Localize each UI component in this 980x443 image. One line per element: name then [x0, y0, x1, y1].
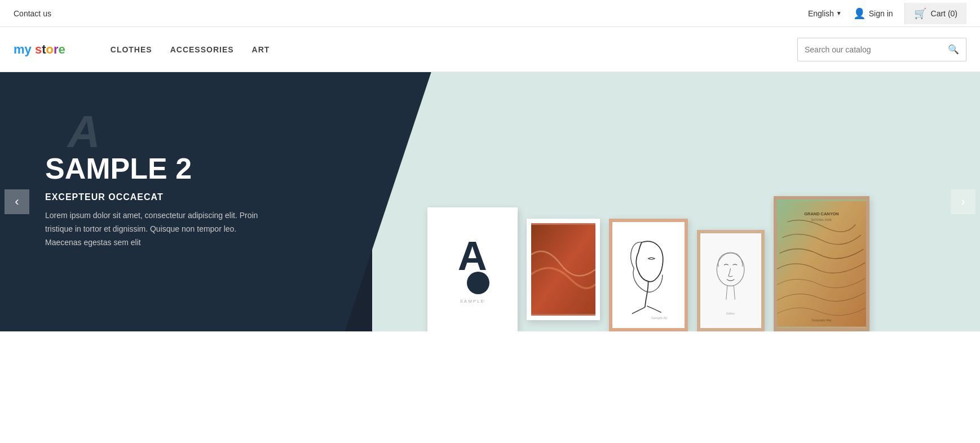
frame-3: Sample Art: [609, 219, 688, 331]
cart-label: Cart (0): [931, 9, 957, 18]
search-input[interactable]: [798, 41, 941, 59]
svg-text:Sample Art: Sample Art: [651, 316, 668, 320]
carousel-title: SAMPLE 2: [45, 154, 271, 183]
logo[interactable]: my s t o r e: [14, 42, 65, 57]
logo-s: s: [35, 42, 42, 57]
frame-dot: [467, 272, 489, 294]
logo-e: e: [59, 42, 65, 57]
cart-icon: 🛒: [914, 7, 926, 20]
next-icon: ›: [961, 194, 965, 209]
carousel-description: Lorem ipsum dolor sit amet, consectetur …: [45, 209, 271, 249]
nav-link-clothes[interactable]: CLOTHES: [111, 45, 152, 54]
hero-carousel: A SAMPLE 2 EXCEPTEUR OCCAECAT Lorem ipsu…: [0, 72, 980, 331]
carousel-next-button[interactable]: ›: [951, 189, 975, 214]
frame-2: [527, 219, 600, 320]
frame-3-face: Sample Art: [616, 227, 681, 322]
nav-links: CLOTHES ACCESSORIES ART: [111, 45, 775, 54]
svg-text:NATIONAL PARK: NATIONAL PARK: [811, 219, 832, 221]
nav-link-art[interactable]: ART: [252, 45, 270, 54]
search-button[interactable]: 🔍: [941, 38, 966, 61]
frame-4-face2: Gallery: [703, 238, 758, 323]
search-wrapper: 🔍: [797, 38, 966, 61]
frame-5: GRAND CANYON NATIONAL PARK Topographic M…: [774, 196, 869, 331]
logo-o: o: [46, 42, 54, 57]
svg-text:GRAND CANYON: GRAND CANYON: [804, 211, 838, 216]
logo-r: r: [54, 42, 59, 57]
svg-text:Topographic Map: Topographic Map: [811, 319, 832, 322]
frame-1: A SAMPLE: [427, 207, 518, 331]
main-navigation: my s t o r e CLOTHES ACCESSORIES ART 🔍: [0, 27, 980, 72]
frame-2-art: [531, 223, 595, 316]
sign-in-label: Sign in: [869, 9, 893, 18]
frame-letter-a: A: [458, 236, 487, 276]
nav-link-accessories[interactable]: ACCESSORIES: [170, 45, 234, 54]
cart-button[interactable]: 🛒 Cart (0): [904, 3, 966, 24]
person-icon: 👤: [853, 7, 866, 20]
top-bar: Contact us English ▼ 👤 Sign in 🛒 Cart (0…: [0, 0, 980, 27]
frame-5-map: GRAND CANYON NATIONAL PARK Topographic M…: [777, 200, 866, 328]
contact-us-link[interactable]: Contact us: [14, 9, 51, 18]
carousel-content: SAMPLE 2 EXCEPTEUR OCCAECAT Lorem ipsum …: [45, 154, 271, 249]
chevron-down-icon: ▼: [836, 10, 842, 16]
carousel-prev-button[interactable]: ‹: [5, 189, 29, 214]
logo-t: t: [42, 42, 46, 57]
svg-text:Gallery: Gallery: [726, 312, 735, 315]
logo-my: my: [14, 42, 32, 57]
prev-icon: ‹: [15, 194, 19, 209]
frame-small-text: SAMPLE: [460, 299, 484, 304]
search-icon: 🔍: [948, 44, 959, 55]
language-label: English: [808, 9, 834, 18]
frame-4: Gallery: [697, 230, 765, 331]
carousel-subtitle: EXCEPTEUR OCCAECAT: [45, 192, 271, 202]
sign-in-link[interactable]: 👤 Sign in: [853, 7, 893, 20]
carousel-watermark: A: [68, 106, 100, 158]
language-selector[interactable]: English ▼: [808, 9, 842, 18]
